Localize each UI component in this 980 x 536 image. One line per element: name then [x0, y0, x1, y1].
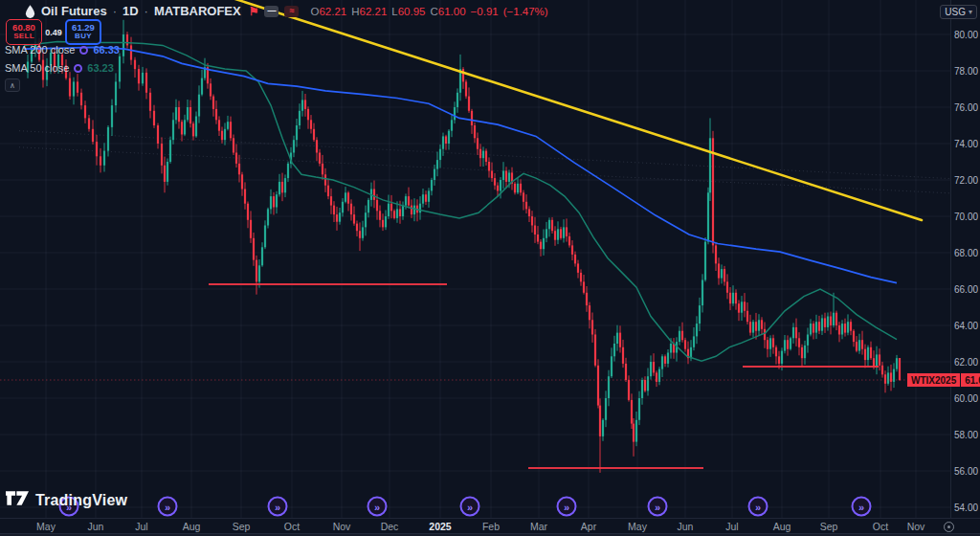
time-axis-label: Mar [530, 521, 547, 532]
price-axis-label: 72.00 [954, 175, 978, 186]
time-axis-label: Oct [284, 521, 300, 532]
ohlc-readout: O62.21 H62.21 L60.95 C61.00 −0.91 (−1.47… [310, 6, 547, 17]
price-axis-label: 78.00 [954, 66, 978, 77]
timeline-jump-icon[interactable]: » [158, 497, 178, 517]
price-axis-label: 56.00 [954, 466, 978, 477]
currency-unit-button[interactable]: USG ▾ [940, 5, 977, 19]
spread-value: 0.49 [42, 28, 65, 37]
time-axis-label: Aug [773, 521, 791, 532]
tradingview-logo-text: TradingView [35, 492, 127, 509]
waves-chip-icon[interactable]: ≈ [284, 6, 299, 17]
price-axis-label: 64.00 [954, 321, 978, 331]
price-axis-label: 76.00 [954, 102, 978, 113]
time-axis-label: Nov [907, 521, 925, 532]
time-axis-label: Nov [333, 521, 351, 532]
symbol-title: Oil Futures [41, 4, 107, 18]
time-axis-label: Dec [381, 521, 399, 532]
price-axis[interactable]: 80.0078.0076.0074.0072.0070.0068.0066.00… [950, 0, 980, 518]
change-value: −0.91 [471, 6, 499, 17]
tradingview-logo-icon [6, 491, 29, 509]
price-axis-label: 68.00 [954, 248, 978, 258]
time-axis-label: Oct [873, 521, 888, 532]
timeline-jump-icon[interactable]: » [460, 497, 480, 517]
time-axis-label: Jul [135, 521, 147, 532]
time-axis[interactable]: MayJunJulAugSepOctNovDec2025FebMarAprMay… [0, 518, 980, 533]
sell-button[interactable]: 60.80 SELL [6, 19, 42, 45]
time-axis-label: May [628, 521, 647, 532]
time-axis-label: Sep [233, 521, 251, 532]
time-axis-label: Sep [820, 521, 838, 532]
time-axis-label: Aug [183, 521, 201, 532]
contract-label: WTIX2025 [907, 373, 960, 387]
price-axis-label: 54.00 [954, 502, 978, 513]
exchange-label: MATBAROFEX [154, 4, 241, 18]
trading-app: »»»»»»»»» TradingView Oil Futures · 1D ·… [0, 0, 980, 536]
timeline-jump-icon[interactable]: » [852, 497, 872, 517]
indicator-sma200[interactable]: SMA 200 close 66.33 [5, 44, 120, 56]
timeline-jump-icon[interactable]: » [748, 497, 768, 517]
indicator-sma50[interactable]: SMA 50 close 63.23 [5, 62, 114, 74]
timeline-jump-icon[interactable]: » [268, 497, 288, 517]
dash-chip-icon[interactable]: — [264, 6, 278, 17]
sma200-value: 66.33 [93, 44, 120, 56]
time-axis-label: Feb [482, 521, 500, 532]
time-axis-label: Jun [678, 521, 694, 532]
sma50-value: 63.23 [87, 62, 114, 74]
loading-spinner-icon [79, 46, 88, 55]
tradingview-watermark[interactable]: TradingView [6, 491, 127, 509]
time-axis-label: Jul [725, 521, 738, 532]
flag-icon[interactable]: ⚑ [249, 5, 259, 18]
buy-button[interactable]: 61.29 BUY [65, 19, 101, 45]
trade-panel: 60.80 SELL 0.49 61.29 BUY [6, 19, 101, 45]
price-axis-label: 62.00 [954, 357, 978, 368]
timezone-icon[interactable] [944, 522, 954, 532]
symbol-legend[interactable]: Oil Futures · 1D · MATBAROFEX ⚑ — ≈ O62.… [25, 4, 548, 18]
collapse-indicators-button[interactable]: ∧ [5, 78, 20, 92]
loading-spinner-icon [74, 64, 82, 73]
price-axis-label: 58.00 [954, 430, 978, 440]
price-axis-label: 66.00 [954, 284, 978, 295]
time-axis-label: 2025 [429, 521, 451, 532]
interval-label: 1D [122, 4, 139, 18]
timeline-jump-icon[interactable]: » [368, 497, 388, 517]
change-percent: (−1.47%) [503, 6, 548, 17]
price-axis-label: 74.00 [954, 139, 978, 149]
timeline-jump-icon[interactable]: » [557, 497, 577, 517]
price-axis-label: 80.00 [954, 30, 978, 40]
time-axis-label: May [36, 521, 56, 532]
last-price-label: WTIX2025 61.00 [907, 373, 980, 387]
timeline-jump-icon[interactable]: » [648, 497, 668, 517]
time-axis-label: Jun [88, 521, 104, 532]
chevron-down-icon: ▾ [969, 8, 972, 16]
last-price-value: 61.00 [961, 373, 980, 387]
chart-pane[interactable] [0, 0, 950, 518]
price-axis-label: 70.00 [954, 212, 978, 222]
time-axis-label: Apr [581, 521, 596, 532]
candlestick-chart[interactable] [0, 0, 950, 518]
price-axis-label: 60.00 [954, 393, 978, 404]
oil-droplet-icon [25, 5, 35, 18]
